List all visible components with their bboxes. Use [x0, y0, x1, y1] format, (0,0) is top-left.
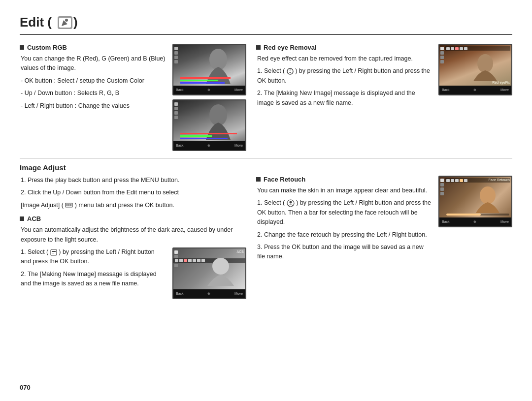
side-icon-14	[174, 255, 178, 258]
side-icon-1	[174, 47, 178, 50]
section-divider	[20, 158, 512, 158]
svg-rect-11	[51, 249, 57, 255]
red-eye-body: Red eye effect can be removed from the c…	[257, 54, 432, 63]
side-icon-20	[440, 192, 444, 195]
cam-icon-b	[451, 47, 454, 50]
camera-side-icons-3	[440, 47, 444, 63]
face-camera-display: Face Retouch	[439, 177, 511, 217]
cam-icon-c	[455, 47, 459, 50]
custom-rgb-text: Custom RGB You can change the R (Red), G…	[20, 44, 166, 151]
face-step2: 2. Change the face retouch by pressing t…	[257, 230, 432, 240]
face-retouch-section: Face Retouch You can make the skin in an…	[256, 176, 512, 299]
red-eye-camera-image	[469, 53, 501, 81]
face-label: Face Retouch	[488, 178, 510, 182]
red-eye-title: Red eye Removal	[256, 44, 432, 51]
adjust-step2: 2. Click the Up / Down button from the E…	[21, 188, 246, 197]
red-eye-section: Red eye Removal Red eye effect can be re…	[256, 44, 512, 151]
face-cam-icon-a	[446, 179, 450, 182]
side-icon-4	[174, 60, 178, 63]
acb-icon	[50, 249, 57, 256]
camera-bar-1: Back ⊕ Move	[173, 86, 245, 94]
retouch-bar	[446, 214, 509, 216]
side-icon-10	[440, 51, 444, 55]
page: Edit ( ) Custom RGB You can change the R…	[0, 0, 532, 401]
back-label: Back	[176, 88, 184, 92]
acb-body: You can automatically adjust the brightn…	[21, 225, 246, 245]
page-title: Edit (	[20, 15, 52, 30]
face-retouch-camera: Face Retouch Back ⊕	[438, 176, 512, 227]
page-number: 070	[20, 384, 31, 391]
red-eye-camera-display: Red-eyeFix	[439, 45, 511, 86]
rgb-sliders	[180, 77, 243, 84]
image-adjust-heading: Image Adjust	[20, 163, 512, 172]
face-camera-image	[472, 185, 504, 213]
acb-camera: ACB Back ⊕ Move	[172, 247, 246, 299]
svg-rect-10	[70, 204, 71, 206]
side-icon-11	[440, 56, 444, 59]
acb-step2: 2. The [Making New Image] message is dis…	[21, 270, 166, 289]
scroll-icon	[287, 68, 294, 75]
face-cam-icon-b	[451, 179, 454, 182]
svg-rect-8	[66, 204, 67, 206]
side-icon-12	[440, 60, 444, 63]
svg-point-6	[477, 54, 493, 73]
svg-rect-9	[68, 204, 69, 206]
acb-tiny-1	[175, 259, 178, 262]
bullet-icon-3	[20, 216, 24, 221]
camera-screen-1-display	[173, 45, 245, 86]
side-icon-17	[440, 179, 444, 182]
svg-point-5	[287, 68, 293, 74]
back-label-4: Back	[176, 292, 184, 295]
side-icon-19	[440, 187, 444, 191]
svg-point-17	[480, 186, 496, 204]
red-eye-text: Red eye Removal Red eye effect can be re…	[256, 44, 432, 111]
face-cam-icon-d	[460, 179, 463, 182]
edit-icon	[57, 15, 73, 30]
side-icon-5	[174, 102, 178, 106]
camera-side-icons	[174, 47, 178, 63]
face-icon	[287, 199, 295, 207]
red-eye-camera-wrap: Red-eyeFix Back ⊕ Move	[438, 44, 512, 111]
acb-title: ACB	[20, 215, 246, 222]
menu-tab-icon	[65, 203, 73, 208]
acb-content: 1. Select ( ) by pressing the Left / Rig…	[20, 247, 246, 299]
camera-screen-2: Back ⊕ Move	[172, 99, 246, 151]
move-label-2: Move	[234, 144, 243, 147]
acb-step1: 1. Select ( ) by pressing the Left / Rig…	[21, 247, 166, 267]
move-label: Move	[234, 88, 243, 92]
move-label-4: Move	[234, 292, 243, 295]
bullet-icon-4	[256, 177, 261, 182]
svg-rect-13	[52, 253, 54, 253]
acb-tiny-2	[179, 259, 183, 262]
custom-rgb-section: Custom RGB You can change the R (Red), G…	[20, 44, 246, 151]
custom-rgb-cameras: Back ⊕ Move	[172, 44, 246, 151]
adjust-step2b: [Image Adjust] ( ) menu tab and press th…	[21, 201, 246, 210]
face-step1: 1. Select ( ) by pressing the Left / Rig…	[257, 198, 432, 227]
bullet-icon	[20, 45, 24, 50]
acb-steps: 1. Select ( ) by pressing the Left / Rig…	[20, 247, 166, 299]
acb-tiny-6	[197, 259, 200, 262]
face-retouch-text: Face Retouch You can make the skin in an…	[256, 176, 432, 265]
side-icon-18	[440, 183, 444, 186]
image-adjust-section: Image Adjust 1. Press the play back butt…	[20, 163, 512, 299]
face-retouch-content: Face Retouch You can make the skin in an…	[256, 176, 512, 265]
bullet-icon-2	[256, 45, 261, 50]
custom-rgb-bullet2: - Up / Down button : Selects R, G, B	[21, 89, 166, 98]
custom-rgb-bullet1: - OK button : Select / setup the Custom …	[21, 76, 166, 86]
svg-point-14	[212, 258, 229, 275]
bottom-columns: 1. Press the play back button and press …	[20, 176, 512, 299]
custom-rgb-title: Custom RGB	[20, 44, 166, 51]
acb-camera-bar: Back ⊕ Move	[173, 289, 245, 298]
svg-rect-12	[52, 251, 56, 252]
top-section: Custom RGB You can change the R (Red), G…	[20, 44, 512, 151]
back-label-3: Back	[442, 88, 450, 92]
red-eye-step2: 2. The [Making New Image] message is dis…	[257, 89, 432, 108]
svg-point-2	[65, 19, 68, 22]
image-adjust-left: 1. Press the play back button and press …	[20, 176, 246, 299]
move-label-3: Move	[500, 88, 509, 92]
side-icon-13	[174, 250, 178, 254]
page-title-end: )	[73, 15, 78, 30]
svg-point-16	[289, 201, 292, 204]
face-cam-icon-e	[464, 179, 467, 182]
cam-icon-e	[464, 47, 467, 50]
